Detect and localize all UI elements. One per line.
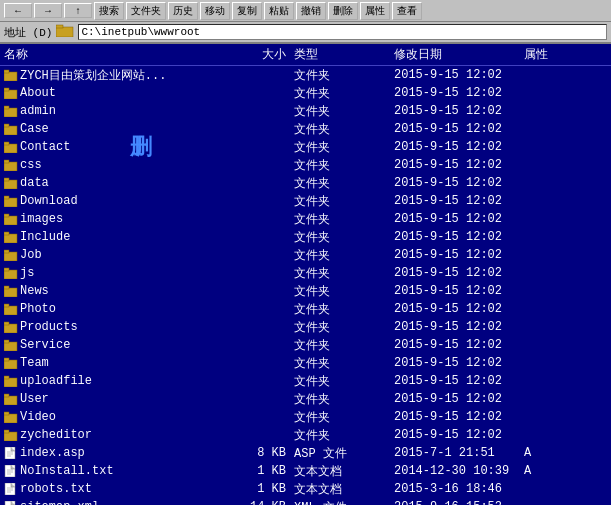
item-date: 2015-9-15 12:02 <box>390 301 520 317</box>
item-name-text: News <box>20 284 49 298</box>
item-name: uploadfile <box>0 373 220 389</box>
folder-icon <box>4 303 18 315</box>
list-item[interactable]: Team 文件夹 2015-9-15 12:02 <box>0 354 611 372</box>
svg-rect-0 <box>56 27 73 37</box>
folder-icon <box>4 123 18 135</box>
list-item[interactable]: Contact 文件夹 2015-9-15 12:02 <box>0 138 611 156</box>
svg-rect-27 <box>4 286 9 289</box>
forward-button[interactable]: → <box>34 3 62 18</box>
list-item[interactable]: Include 文件夹 2015-9-15 12:02 <box>0 228 611 246</box>
item-type: 文件夹 <box>290 246 390 265</box>
item-type: 文件夹 <box>290 318 390 337</box>
list-item[interactable]: uploadfile 文件夹 2015-9-15 12:02 <box>0 372 611 390</box>
svg-rect-29 <box>4 304 9 307</box>
list-header: 名称 大小 类型 修改日期 属性 <box>0 44 611 66</box>
history-button[interactable]: 历史 <box>168 2 198 20</box>
item-size <box>220 236 290 238</box>
list-item[interactable]: Download 文件夹 2015-9-15 12:02 <box>0 192 611 210</box>
svg-rect-6 <box>4 108 17 117</box>
item-date: 2015-9-15 12:02 <box>390 319 520 335</box>
folders-button[interactable]: 文件夹 <box>126 2 166 20</box>
item-size <box>220 164 290 166</box>
list-item[interactable]: Photo 文件夹 2015-9-15 12:02 <box>0 300 611 318</box>
back-button[interactable]: ← <box>4 3 32 18</box>
view-button[interactable]: 查看 <box>392 2 422 20</box>
item-attr: A <box>520 445 580 461</box>
item-type: 文件夹 <box>290 282 390 301</box>
list-item[interactable]: admin 文件夹 2015-9-15 12:02 <box>0 102 611 120</box>
item-date: 2015-9-15 12:02 <box>390 211 520 227</box>
item-name-text: Products <box>20 320 78 334</box>
svg-rect-35 <box>4 358 9 361</box>
item-name-text: js <box>20 266 34 280</box>
item-date: 2014-12-30 10:39 <box>390 463 520 479</box>
folder-icon <box>4 357 18 369</box>
folder-icon <box>4 375 18 387</box>
item-attr <box>520 362 580 364</box>
item-type: 文件夹 <box>290 138 390 157</box>
item-date: 2015-3-16 18:46 <box>390 481 520 497</box>
copy-button[interactable]: 复制 <box>232 2 262 20</box>
list-item[interactable]: User 文件夹 2015-9-15 12:02 <box>0 390 611 408</box>
list-item[interactable]: data 文件夹 2015-9-15 12:02 <box>0 174 611 192</box>
item-size <box>220 200 290 202</box>
folder-icon <box>4 159 18 171</box>
item-attr <box>520 434 580 436</box>
move-button[interactable]: 移动 <box>200 2 230 20</box>
list-item[interactable]: robots.txt 1 KB 文本文档 2015-3-16 18:46 <box>0 480 611 498</box>
folder-icon <box>4 339 18 351</box>
item-name: sitemap.xml <box>0 499 220 505</box>
folder-icon <box>4 393 18 405</box>
svg-rect-34 <box>4 360 17 369</box>
address-label: 地址 (D) <box>4 25 52 40</box>
paste-button[interactable]: 粘贴 <box>264 2 294 20</box>
svg-rect-43 <box>4 430 9 433</box>
item-type: 文件夹 <box>290 372 390 391</box>
list-item[interactable]: images 文件夹 2015-9-15 12:02 <box>0 210 611 228</box>
item-type: 文件夹 <box>290 354 390 373</box>
folder-icon <box>4 213 18 225</box>
folder-icon <box>4 321 18 333</box>
properties-button[interactable]: 属性 <box>360 2 390 20</box>
item-name-text: Contact <box>20 140 70 154</box>
item-size <box>220 326 290 328</box>
item-attr <box>520 344 580 346</box>
list-item[interactable]: News 文件夹 2015-9-15 12:02 <box>0 282 611 300</box>
delete-button[interactable]: 删除 <box>328 2 358 20</box>
search-button[interactable]: 搜索 <box>94 2 124 20</box>
item-date: 2015-9-15 12:02 <box>390 247 520 263</box>
list-item[interactable]: ZYCH目由策划企业网站... 文件夹 2015-9-15 12:02 <box>0 66 611 84</box>
item-date: 2015-9-15 12:02 <box>390 283 520 299</box>
list-item[interactable]: zycheditor 文件夹 2015-9-15 12:02 <box>0 426 611 444</box>
explorer-window: ← → ↑ 搜索 文件夹 历史 移动 复制 粘贴 撤销 删除 属性 查看 地址 … <box>0 0 611 505</box>
list-item[interactable]: index.asp 8 KB ASP 文件 2015-7-1 21:51 A <box>0 444 611 462</box>
list-item[interactable]: Service 文件夹 2015-9-15 12:02 <box>0 336 611 354</box>
list-item[interactable]: sitemap.xml 14 KB XML 文件 2015-9-16 15:52 <box>0 498 611 505</box>
item-attr <box>520 236 580 238</box>
item-size <box>220 308 290 310</box>
item-attr <box>520 416 580 418</box>
folder-icon <box>4 285 18 297</box>
list-item[interactable]: css 文件夹 2015-9-15 12:02 <box>0 156 611 174</box>
list-item[interactable]: NoInstall.txt 1 KB 文本文档 2014-12-30 10:39… <box>0 462 611 480</box>
undo-button[interactable]: 撤销 <box>296 2 326 20</box>
svg-rect-44 <box>5 447 15 459</box>
list-item[interactable]: js 文件夹 2015-9-15 12:02 <box>0 264 611 282</box>
item-date: 2015-9-15 12:02 <box>390 85 520 101</box>
list-item[interactable]: About 文件夹 2015-9-15 12:02 <box>0 84 611 102</box>
list-item[interactable]: Case 文件夹 2015-9-15 12:02 <box>0 120 611 138</box>
item-attr <box>520 182 580 184</box>
svg-rect-28 <box>4 306 17 315</box>
list-item[interactable]: Video 文件夹 2015-9-15 12:02 <box>0 408 611 426</box>
address-input[interactable] <box>78 24 607 40</box>
item-type: 文件夹 <box>290 66 390 85</box>
up-button[interactable]: ↑ <box>64 3 92 18</box>
list-item[interactable]: Job 文件夹 2015-9-15 12:02 <box>0 246 611 264</box>
item-type: 文件夹 <box>290 408 390 427</box>
item-name-text: Job <box>20 248 42 262</box>
item-size <box>220 110 290 112</box>
list-item[interactable]: Products 文件夹 2015-9-15 12:02 <box>0 318 611 336</box>
item-attr <box>520 218 580 220</box>
item-type: 文件夹 <box>290 336 390 355</box>
item-type: 文件夹 <box>290 84 390 103</box>
